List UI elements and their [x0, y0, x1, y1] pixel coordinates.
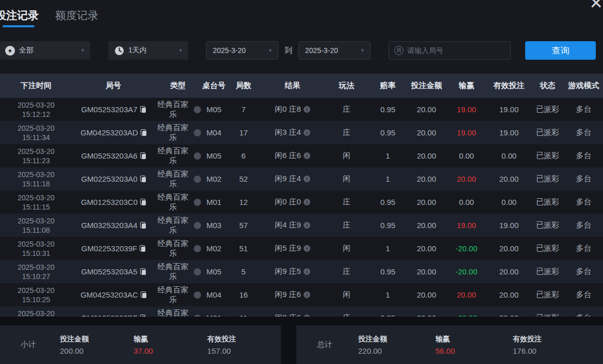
cell-win-loss: 0.00 [446, 151, 487, 160]
cell-win-loss: 19.00 [446, 221, 487, 230]
time-range-value: 1天内 [128, 46, 147, 55]
cell-odds: 1 [368, 175, 407, 183]
filter-bar: ♠ 全部 ▼ 1天内 ▼ 2025-3-20 ▼ 到 2025-3-20 ▼ 局… [0, 41, 603, 60]
cell-bet-amount: 20.00 [407, 151, 446, 160]
round-number-input[interactable] [407, 46, 495, 55]
info-icon[interactable]: i [304, 129, 310, 136]
close-icon[interactable]: ✕ [589, 0, 603, 11]
cell-game-mode: 多台 [564, 220, 603, 230]
total-panel: 总计 投注金额 220.00 输赢 56.00 有效投注 176.00 [296, 325, 603, 364]
cell-play: 闲 [325, 151, 368, 161]
cell-valid-bet: 20.00 [487, 267, 531, 276]
info-icon[interactable]: i [304, 291, 310, 298]
table-body: 2025-03-2015:12:12 GM05253203A7 经典百家乐 M0… [0, 98, 603, 330]
cell-status: 已派彩 [531, 197, 564, 207]
cell-result: 闲6 庄6 i [260, 151, 325, 161]
cell-bet-time: 2025-03-2015:11:18 [0, 170, 72, 188]
copy-icon[interactable] [140, 106, 146, 113]
chevron-down-icon: ▼ [268, 48, 273, 53]
cell-bet-time: 2025-03-2015:12:12 [0, 100, 72, 119]
copy-icon[interactable] [140, 268, 146, 275]
cell-table-no: M02 [201, 244, 227, 253]
cell-play: 庄 [325, 128, 368, 137]
cell-table-no: M05 [201, 105, 227, 114]
query-button[interactable]: 查询 [525, 41, 596, 60]
cell-odds: 1 [368, 151, 407, 160]
cell-odds: 0.95 [368, 198, 407, 206]
cell-bet-time: 2025-03-2015:10:25 [0, 286, 72, 304]
round-number-search: 局 [389, 41, 511, 60]
status-dot-icon [194, 152, 201, 160]
table-row: 2025-03-2015:11:34 GM04253203AD 经典百家乐 M0… [0, 121, 603, 144]
status-dot-icon [194, 222, 201, 229]
info-icon[interactable]: i [304, 245, 310, 252]
info-icon[interactable]: i [304, 268, 310, 275]
cell-type: 经典百家乐 [155, 123, 201, 143]
info-icon[interactable]: i [304, 106, 310, 113]
copy-icon[interactable] [140, 176, 146, 182]
cell-status: 已派彩 [531, 128, 564, 137]
cell-round-no: GM03253203A4 [72, 221, 155, 230]
cell-type: 经典百家乐 [155, 285, 201, 305]
subtotal-title: 小计 [21, 340, 60, 350]
cell-bet-time: 2025-03-2015:11:34 [0, 124, 72, 142]
chevron-down-icon: ▼ [80, 48, 85, 53]
subtotal-winloss: 输赢 37.00 [133, 335, 207, 355]
cell-win-loss: 19.00 [446, 105, 487, 114]
cell-result: 闲9 庄6 i [260, 290, 325, 300]
cell-table-no: M03 [201, 221, 227, 230]
cell-rounds: 12 [227, 198, 260, 206]
cell-game-mode: 多台 [564, 197, 603, 207]
info-icon[interactable]: i [304, 222, 310, 229]
info-icon[interactable]: i [304, 199, 310, 205]
cell-odds: 1 [368, 244, 407, 253]
cell-valid-bet: 19.00 [487, 221, 531, 230]
info-icon[interactable]: i [304, 152, 310, 159]
cell-result: 闲5 庄9 i [260, 244, 325, 253]
cell-game-mode: 多台 [564, 174, 603, 184]
cell-play: 闲 [325, 244, 368, 253]
cell-type: 经典百家乐 [155, 193, 201, 212]
date-to-value: 2025-3-20 [305, 46, 338, 55]
tab-quota-records[interactable]: 额度记录 [55, 5, 98, 23]
cell-game-mode: 多台 [564, 105, 603, 114]
date-to-select[interactable]: 2025-3-20 ▼ [298, 41, 371, 60]
tab-betting-records[interactable]: 投注记录 [0, 5, 39, 23]
cell-valid-bet: 20.00 [487, 290, 531, 299]
col-result: 结果 [260, 81, 325, 91]
cell-odds: 1 [368, 290, 407, 299]
cell-result: 闲9 庄4 i [260, 174, 325, 184]
cell-status: 已派彩 [531, 267, 564, 276]
cell-bet-time: 2025-03-2015:10:31 [0, 239, 72, 258]
col-win-loss: 输赢 [446, 81, 487, 91]
cell-win-loss: 19.00 [446, 128, 487, 137]
cell-round-no: GM04253203AC [72, 290, 155, 299]
copy-icon[interactable] [140, 245, 145, 252]
cell-table-no: M05 [201, 267, 227, 276]
copy-icon[interactable] [141, 129, 146, 136]
time-range-select[interactable]: 1天内 ▼ [108, 41, 188, 60]
info-icon[interactable]: i [304, 176, 310, 182]
active-tab-underline [3, 25, 35, 27]
copy-icon[interactable] [140, 222, 146, 229]
cell-rounds: 6 [227, 151, 260, 160]
copy-icon[interactable] [140, 152, 146, 159]
cell-bet-amount: 20.00 [407, 290, 446, 299]
cell-table-no: M01 [201, 198, 227, 206]
total-valid: 有效投注 176.00 [513, 335, 590, 355]
copy-icon[interactable] [140, 199, 146, 205]
cell-type: 经典百家乐 [155, 239, 201, 258]
date-from-select[interactable]: 2025-3-20 ▼ [206, 41, 278, 60]
game-type-select[interactable]: ♠ 全部 ▼ [0, 41, 90, 60]
col-game-mode: 游戏模式 [564, 81, 603, 91]
round-number-icon: 局 [394, 46, 404, 55]
table-header: 下注时间 局号 类型 桌台号 局数 结果 玩法 赔率 投注金额 输赢 有效投注 … [0, 74, 603, 98]
cell-type: 经典百家乐 [155, 216, 201, 235]
cell-valid-bet: 20.00 [487, 175, 531, 183]
cell-win-loss: 20.00 [446, 175, 487, 183]
col-valid-bet: 有效投注 [487, 81, 531, 91]
copy-icon[interactable] [141, 291, 146, 298]
cell-game-mode: 多台 [564, 128, 603, 137]
cell-odds: 0.95 [368, 267, 407, 276]
subtotal-bet: 投注金额 200.00 [60, 335, 133, 355]
